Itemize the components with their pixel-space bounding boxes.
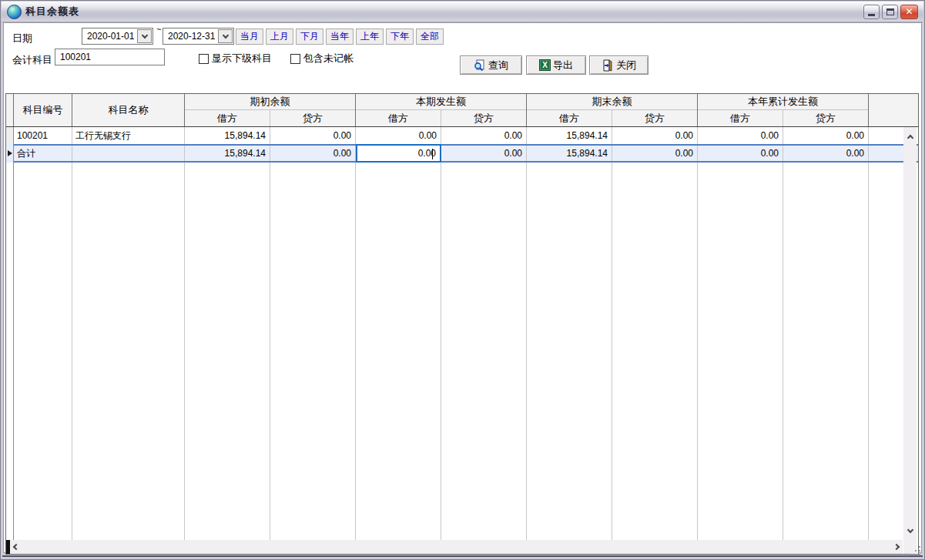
- empty-selector-column: [6, 163, 14, 540]
- cell-value[interactable]: 15,894.14: [527, 127, 612, 144]
- svg-text:X: X: [542, 61, 548, 69]
- show-sub-accounts-checkbox[interactable]: 显示下级科目: [199, 52, 272, 65]
- subheader-debit[interactable]: 借方: [527, 110, 612, 126]
- subheader-credit[interactable]: 贷方: [783, 110, 869, 126]
- search-document-icon: [474, 59, 486, 72]
- query-button[interactable]: 查询: [460, 55, 522, 75]
- empty-column: [14, 163, 72, 540]
- total-value[interactable]: 15,894.14: [185, 146, 270, 161]
- subheader-debit[interactable]: 借方: [185, 110, 270, 126]
- total-value[interactable]: 0.00: [270, 146, 356, 161]
- date-label: 日期: [12, 32, 32, 45]
- chevron-left-icon: [13, 544, 19, 550]
- empty-column: [783, 163, 869, 540]
- total-value[interactable]: 0.00: [441, 146, 527, 161]
- quick-button-current-month[interactable]: 当月: [236, 29, 263, 45]
- chevron-down-icon: [222, 32, 228, 38]
- checkbox-icon: [199, 54, 209, 64]
- cell-account-code[interactable]: 100201: [14, 127, 72, 144]
- export-button[interactable]: X 导出: [526, 55, 586, 75]
- empty-column: [72, 163, 185, 540]
- date-to-dropdown-button[interactable]: [218, 29, 233, 43]
- header-group-ending-balance: 期末余额 借方 贷方: [527, 94, 698, 126]
- excel-icon: X: [539, 59, 551, 71]
- chevron-down-icon: [141, 32, 147, 38]
- scroll-left-button[interactable]: [10, 542, 21, 552]
- quick-button-current-year[interactable]: 当年: [326, 29, 354, 45]
- cell-value[interactable]: 0.00: [356, 127, 441, 144]
- quick-button-all[interactable]: 全部: [416, 29, 444, 45]
- cell-value[interactable]: 15,894.14: [185, 127, 270, 144]
- row-selector-cell[interactable]: [6, 127, 14, 144]
- selected-cell-value: 0.00: [418, 148, 436, 159]
- cell-account-name[interactable]: 工行无锡支行: [72, 127, 185, 144]
- empty-column: [185, 163, 270, 540]
- window-controls: ✕: [863, 5, 920, 19]
- app-globe-icon: [7, 5, 22, 19]
- vertical-scrollbar[interactable]: [903, 127, 917, 540]
- selected-cell[interactable]: 0.00: [356, 144, 441, 163]
- total-value[interactable]: 0.00: [698, 146, 783, 161]
- horizontal-scrollbar[interactable]: [6, 540, 903, 554]
- cell-value[interactable]: 0.00: [698, 127, 783, 144]
- cell-value[interactable]: 0.00: [612, 127, 698, 144]
- chevron-down-icon: [907, 526, 913, 532]
- app-window: 科目余额表 ✕ 日期 2020-01-01 ~ 2020-12-31 当月 上月…: [0, 0, 925, 560]
- quick-button-next-year[interactable]: 下年: [386, 29, 414, 45]
- account-label: 会计科目: [12, 53, 52, 67]
- date-from-combobox[interactable]: 2020-01-01: [82, 28, 153, 45]
- group-title[interactable]: 期末余额: [527, 94, 697, 110]
- total-name-cell[interactable]: [72, 146, 185, 161]
- chevron-right-icon: [893, 544, 900, 550]
- group-title[interactable]: 本期发生额: [356, 94, 526, 110]
- minimize-button[interactable]: [863, 5, 880, 19]
- current-row-indicator-cell[interactable]: [6, 144, 14, 163]
- window-bottom-border: [2, 555, 923, 557]
- cell-value[interactable]: 0.00: [441, 127, 527, 144]
- subheader-debit[interactable]: 借方: [698, 110, 783, 126]
- group-title[interactable]: 本年累计发生额: [698, 94, 868, 110]
- subheader-credit[interactable]: 贷方: [270, 110, 356, 126]
- close-window-button[interactable]: 关闭: [589, 55, 649, 75]
- header-account-code[interactable]: 科目编号: [14, 94, 72, 126]
- resize-grip[interactable]: [911, 546, 920, 555]
- quick-button-prev-year[interactable]: 上年: [356, 29, 384, 45]
- table-row[interactable]: 100201 工行无锡支行 15,894.14 0.00 0.00 0.00 1…: [6, 127, 918, 144]
- subheader-debit[interactable]: 借方: [356, 110, 441, 126]
- total-row[interactable]: 合计 15,894.14 0.00 0.00 0.00 15,894.14 0.…: [6, 144, 918, 163]
- header-account-name[interactable]: 科目名称: [72, 94, 185, 126]
- cell-value[interactable]: 0.00: [270, 127, 356, 144]
- balance-table: 科目编号 科目名称 期初余额 借方 贷方 本期发生额 借方 贷方: [5, 93, 919, 555]
- quick-button-next-month[interactable]: 下月: [296, 29, 323, 45]
- subheader-credit[interactable]: 贷方: [612, 110, 698, 126]
- empty-column: [869, 163, 904, 540]
- date-from-dropdown-button[interactable]: [137, 29, 152, 43]
- close-button[interactable]: ✕: [900, 5, 918, 19]
- total-value[interactable]: 0.00: [783, 146, 869, 161]
- total-label-cell[interactable]: 合计: [14, 146, 72, 161]
- minimize-icon: [868, 14, 875, 16]
- export-button-label: 导出: [553, 59, 573, 72]
- maximize-button[interactable]: [882, 5, 898, 19]
- header-group-period-amount: 本期发生额 借方 贷方: [356, 94, 527, 126]
- total-value[interactable]: 15,894.14: [527, 146, 612, 161]
- title-bar[interactable]: 科目余额表 ✕: [2, 2, 923, 22]
- subheader-credit[interactable]: 贷方: [441, 110, 527, 126]
- group-title[interactable]: 期初余额: [185, 94, 355, 110]
- date-to-combobox[interactable]: 2020-12-31: [163, 28, 234, 45]
- account-input[interactable]: 100201: [55, 49, 165, 65]
- total-value[interactable]: 0.00: [612, 146, 698, 161]
- chevron-up-icon: [907, 134, 913, 140]
- scroll-up-button[interactable]: [905, 131, 916, 142]
- cell-value[interactable]: 0.00: [783, 127, 869, 144]
- scroll-down-button[interactable]: [905, 525, 916, 536]
- scroll-right-button[interactable]: [892, 542, 903, 552]
- quick-date-buttons: 当月 上月 下月 当年 上年 下年 全部: [236, 29, 444, 45]
- quick-button-prev-month[interactable]: 上月: [266, 29, 293, 45]
- include-unposted-checkbox[interactable]: 包含未记帐: [290, 52, 354, 65]
- empty-column: [270, 163, 356, 540]
- empty-column: [356, 163, 441, 540]
- current-row-arrow-icon: [8, 150, 12, 156]
- date-to-value: 2020-12-31: [163, 29, 217, 44]
- window-content: 日期 2020-01-01 ~ 2020-12-31 当月 上月 下月 当年 上…: [3, 22, 922, 553]
